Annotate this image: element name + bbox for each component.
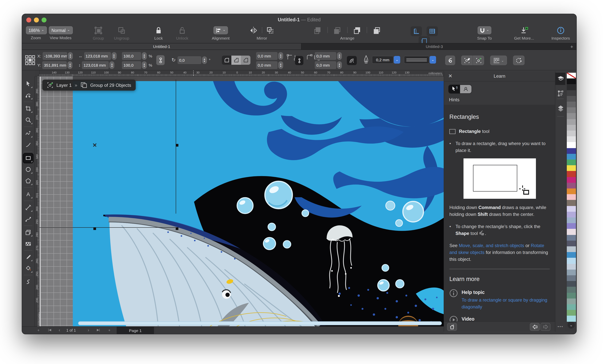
edit-object-button[interactable] [461,55,473,65]
corner-radius-tl-input[interactable]: 0,0 mm [256,52,278,60]
color-swatch[interactable] [567,217,576,223]
corner-radius-bl-input[interactable]: 0,0 mm [256,61,278,69]
color-swatch[interactable] [567,246,576,252]
back-one-icon[interactable] [373,26,381,35]
breadcrumb-layer[interactable]: Layer 1 [57,82,72,88]
color-swatch[interactable] [567,107,576,113]
color-swatch[interactable] [567,160,576,165]
swirl-effect-button[interactable] [445,55,455,65]
ok-object-button[interactable] [473,55,484,65]
color-swatch[interactable] [567,96,576,102]
scale-height-input[interactable]: 100,0 [122,61,141,69]
selection-handle-bottom[interactable] [93,227,96,230]
color-swatch[interactable] [567,165,576,171]
color-swatch[interactable] [567,200,576,206]
drawing-canvas[interactable] [40,77,444,326]
color-swatch[interactable] [567,270,576,275]
color-swatch[interactable] [567,194,576,200]
object-height-input[interactable]: 123,018 mm [82,61,109,69]
color-swatch[interactable] [567,293,576,298]
learn-inspector-tab[interactable] [555,73,566,85]
rulers-toggle-button[interactable] [410,26,422,36]
add-page-button-2[interactable]: + [108,328,111,332]
breadcrumb-object[interactable]: Group of 29 Objects [90,82,131,88]
fillet-scallop-chamfer-button[interactable] [347,56,357,65]
color-swatch[interactable] [567,154,576,160]
tab-untitled-1[interactable]: Untitled-1 [22,44,301,49]
selection-center-marker[interactable] [93,143,96,147]
color-swatch[interactable] [567,298,576,304]
color-swatch[interactable] [567,188,576,194]
wrap-text-dropdown[interactable]: ⌄ [490,55,507,65]
back-button[interactable] [530,323,540,331]
corner-radius-tr-input[interactable]: 0,0 mm [315,52,336,60]
freehand-tool[interactable] [23,128,34,138]
color-swatch[interactable] [567,235,576,241]
rotation-stepper[interactable]: ▲▼ [202,56,207,64]
horizontal-ruler[interactable]: millimeters 1401301201101009080706050403… [40,70,444,77]
corner-tr-stepper[interactable]: ▲▼ [337,52,342,60]
vertical-ruler[interactable]: 3903803703603503403303203103002902802702… [35,77,40,326]
color-swatch[interactable] [567,241,576,246]
link-move-scale-stretch[interactable]: Move, scale, and stretch objects [459,243,524,248]
pattern-fill-tool[interactable] [23,239,34,249]
home-button[interactable] [447,323,457,331]
selection-handle-corner[interactable] [176,227,178,230]
color-swatch[interactable] [567,310,576,316]
color-swatch[interactable] [567,84,576,90]
x-position-input[interactable]: -108,393 mm [43,52,67,60]
scalloped-corner-button[interactable] [231,55,241,65]
color-swatch[interactable] [567,275,576,281]
previous-page-button[interactable]: ‹ [59,327,60,333]
view-modes-dropdown[interactable]: Normal⌄ [49,26,73,34]
corner-radius-br-input[interactable]: 0,0 mm [315,61,336,69]
palette-expand-button[interactable]: ⌄ [568,321,575,329]
grid-toggle-button[interactable] [427,26,438,36]
color-swatch[interactable] [567,264,576,269]
text-tool[interactable]: A [23,189,34,199]
tab-untitled-3[interactable]: Untitled-3 [301,44,567,49]
last-page-button[interactable]: ▶| [97,328,100,332]
line-style-dropdown[interactable] [404,56,429,64]
add-page-button[interactable]: + [37,328,40,332]
color-swatch[interactable] [567,78,576,84]
scale-w-stepper[interactable]: ▲▼ [142,52,147,60]
zoom-tool[interactable] [23,115,34,125]
rectangle-tool[interactable] [23,153,34,163]
color-swatch[interactable] [567,212,576,217]
hints-cursor-mode-button[interactable]: ? [449,85,460,93]
color-swatch[interactable] [567,252,576,258]
fill-tool[interactable] [23,263,34,274]
get-more-button[interactable]: Get More... [512,26,536,40]
color-swatch-none[interactable] [567,73,576,78]
color-swatch[interactable] [567,177,576,183]
forward-button[interactable] [541,323,550,331]
chamfered-corner-button[interactable] [241,55,250,65]
dimension-tool[interactable] [23,202,34,213]
convert-outline-button[interactable] [513,55,524,65]
color-swatch[interactable] [567,148,576,154]
horizontal-scrollbar[interactable] [78,321,442,325]
color-swatch[interactable] [567,102,576,107]
properties-inspector-tab[interactable] [555,102,566,115]
outline-width-dropdown[interactable]: 0,2 mm [372,56,393,64]
height-stepper[interactable]: ▲▼ [110,61,115,69]
color-swatch[interactable] [567,125,576,131]
color-swatch[interactable] [567,281,576,287]
corner-tl-stepper[interactable]: ▲▼ [278,52,283,60]
ungroup-button[interactable]: Ungroup [111,26,132,40]
snap-to-dropdown[interactable]: ⌄ [477,26,491,34]
corner-br-stepper[interactable]: ▲▼ [337,61,342,69]
more-inspectors-icon[interactable]: ••• [558,325,564,329]
unlock-button[interactable]: Unlock [174,26,191,40]
color-swatch[interactable] [567,136,576,142]
color-swatch[interactable] [567,229,576,235]
scale-h-stepper[interactable]: ▲▼ [142,61,147,69]
color-swatch[interactable] [567,90,576,96]
mirror-horizontal-icon[interactable] [249,26,258,35]
y-stepper[interactable]: ▲▼ [68,61,73,69]
inspectors-button[interactable]: Inspectors [548,26,573,40]
interactive-fill-tool[interactable] [23,277,34,287]
rotation-angle-input[interactable]: 0,0 [178,56,201,64]
color-swatch[interactable] [567,223,576,229]
